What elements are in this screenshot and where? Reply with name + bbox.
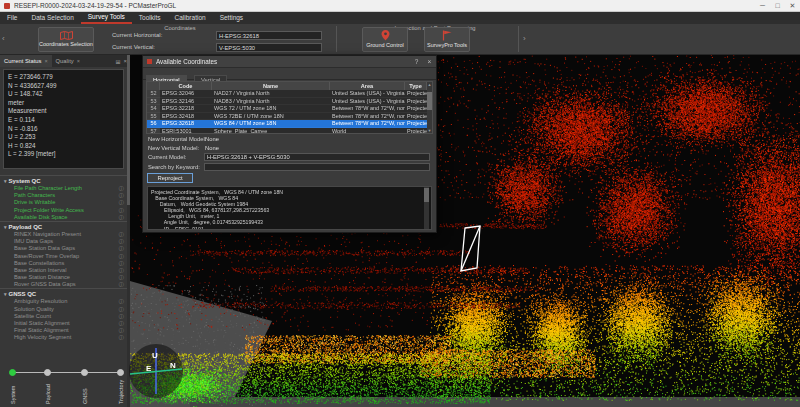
qc-item[interactable]: Available Disk Spaceⓘ xyxy=(0,214,130,221)
table-row[interactable]: 54 EPSG:32218 WGS 72 / UTM zone 18N Betw… xyxy=(147,105,432,113)
axis-compass[interactable]: U E N xyxy=(126,341,190,405)
scroll-up-icon[interactable]: ▲ xyxy=(428,82,432,87)
menu-survey-tools[interactable]: Survey Tools xyxy=(81,12,132,24)
current-model-value: H-EPSG:32618 + V-EPSG:5030 xyxy=(204,153,430,161)
dialog-titlebar[interactable]: Available Coordinates ? × xyxy=(143,56,436,68)
maximize-button[interactable]: □ xyxy=(770,0,785,12)
qc-item[interactable]: Rover GNSS Data Gapsⓘ xyxy=(0,281,130,288)
info-icon[interactable]: ⓘ xyxy=(119,192,124,199)
info-icon[interactable]: ⓘ xyxy=(119,298,124,305)
info-icon[interactable]: ⓘ xyxy=(119,334,124,341)
tab-close-icon[interactable]: × xyxy=(77,58,80,64)
ground-control-button[interactable]: Ground Control xyxy=(362,27,408,52)
help-button[interactable]: ? xyxy=(410,58,423,65)
col-area[interactable]: Area xyxy=(330,82,405,90)
qc-item[interactable]: Base Constellationsⓘ xyxy=(0,260,130,267)
qc-item-label: Rover GNSS Data Gaps xyxy=(14,281,76,287)
status-line: N = 4336627.499 xyxy=(8,82,123,91)
qc-item-label: Base Constellations xyxy=(14,260,64,266)
coordinates-selection-button[interactable]: Coordinates Selection xyxy=(38,27,94,52)
keyword-input[interactable] xyxy=(204,163,430,171)
tab-close-icon[interactable]: × xyxy=(44,58,47,64)
timeline-node-trajectory[interactable] xyxy=(117,369,124,376)
panel-float-icon[interactable]: ⊞ xyxy=(115,58,120,65)
qc-item[interactable]: Base Station Distanceⓘ xyxy=(0,274,130,281)
new-vertical-model-row: New Vertical Model: None xyxy=(143,144,436,153)
info-icon[interactable]: ⓘ xyxy=(119,185,124,192)
close-button[interactable]: ✕ xyxy=(785,0,800,12)
info-scrollbar[interactable] xyxy=(424,187,429,229)
info-icon[interactable]: ⓘ xyxy=(119,207,124,214)
menu-calibration[interactable]: Calibration xyxy=(168,12,213,24)
info-icon[interactable]: ⓘ xyxy=(119,214,124,221)
qc-item[interactable]: IMU Data Gapsⓘ xyxy=(0,238,130,245)
qc-item[interactable]: File Path Character Lengthⓘ xyxy=(0,185,130,192)
qc-section-payload[interactable]: ▾Payload QC xyxy=(0,221,130,231)
info-icon[interactable]: ⓘ xyxy=(119,313,124,320)
menu-file[interactable]: File xyxy=(0,12,24,24)
table-row[interactable]: 55 EPSG:32418 WGS 72BE / UTM zone 18N Be… xyxy=(147,113,432,121)
minimize-button[interactable]: ─ xyxy=(755,0,770,12)
info-icon[interactable]: ⓘ xyxy=(119,267,124,274)
qc-item[interactable]: Base Station Intervalⓘ xyxy=(0,267,130,274)
col-code[interactable]: Code xyxy=(160,82,212,90)
info-icon[interactable]: ⓘ xyxy=(119,320,124,327)
qc-item[interactable]: Solution Qualityⓘ xyxy=(0,306,130,313)
col-name[interactable]: Name xyxy=(212,82,330,90)
dialog-close-button[interactable]: × xyxy=(423,58,436,65)
info-icon[interactable]: ⓘ xyxy=(119,274,124,281)
menu-toolkits[interactable]: Toolkits xyxy=(132,12,168,24)
tab-current-status-label: Current Status xyxy=(4,58,41,64)
qc-item[interactable]: Ambiguity Resolutionⓘ xyxy=(0,298,130,305)
ribbon-scroll-left-icon[interactable]: ‹ xyxy=(2,34,5,43)
table-row[interactable]: 53 EPSG:32146 NAD83 / Virginia North Uni… xyxy=(147,98,432,106)
current-horizontal-field[interactable]: H-EPSG:32618 xyxy=(216,31,322,40)
qc-item[interactable]: Satellite Countⓘ xyxy=(0,313,130,320)
table-row-selected[interactable]: 56 EPSG:32618 WGS 84 / UTM zone 18N Betw… xyxy=(147,120,432,128)
tab-quality[interactable]: Quality × xyxy=(52,55,84,67)
scrollbar-thumb[interactable] xyxy=(424,188,429,202)
info-icon[interactable]: ⓘ xyxy=(119,253,124,260)
scrollbar-thumb[interactable] xyxy=(427,92,432,110)
surveypro-tools-button[interactable]: SurveyPro Tools xyxy=(424,27,470,52)
cell-area: World xyxy=(330,128,405,135)
qc-item[interactable]: Drive is Writableⓘ xyxy=(0,199,130,206)
collapse-icon: ▾ xyxy=(4,224,7,230)
qc-item[interactable]: Base Station Data Gapsⓘ xyxy=(0,245,130,252)
timeline-node-payload[interactable] xyxy=(44,369,51,376)
qc-item[interactable]: Path Charactersⓘ xyxy=(0,192,130,199)
qc-item[interactable]: High Velocity Segmentⓘ xyxy=(0,334,130,341)
info-icon[interactable]: ⓘ xyxy=(119,199,124,206)
timeline-node-gnss[interactable] xyxy=(81,369,88,376)
qc-item[interactable]: Initial Static Alignmentⓘ xyxy=(0,320,130,327)
tab-current-status[interactable]: Current Status × xyxy=(0,55,52,67)
info-icon[interactable]: ⓘ xyxy=(119,231,124,238)
info-icon[interactable]: ⓘ xyxy=(119,306,124,313)
reproject-button[interactable]: Reproject xyxy=(147,173,193,183)
menu-data-selection[interactable]: Data Selection xyxy=(24,12,80,24)
qc-item[interactable]: Final Static Alignmentⓘ xyxy=(0,327,130,334)
ribbon-scroll-right-icon[interactable]: › xyxy=(523,34,526,43)
info-icon[interactable]: ⓘ xyxy=(119,260,124,267)
table-row[interactable]: 52 EPSG:32046 NAD27 / Virginia North Uni… xyxy=(147,90,432,98)
table-row[interactable]: 57 ESRI:53001 Sphere_Plate_Carree World … xyxy=(147,128,432,135)
info-icon[interactable]: ⓘ xyxy=(119,327,124,334)
table-scrollbar[interactable]: ▲ ▼ xyxy=(427,82,432,133)
qc-section-gnss[interactable]: ▾GNSS QC xyxy=(0,288,130,298)
qc-item[interactable]: RINEX Navigation Presentⓘ xyxy=(0,231,130,238)
scrollbar-thumb[interactable] xyxy=(127,55,130,205)
cell-area: Between 78°W and 72°W, northern ... xyxy=(330,120,405,128)
info-icon[interactable]: ⓘ xyxy=(119,238,124,245)
col-type[interactable]: Type xyxy=(405,82,427,90)
new-horizontal-model-row: New Horizontal Model: None xyxy=(143,135,436,144)
cell-code: EPSG:32418 xyxy=(160,113,212,121)
qc-section-system[interactable]: ▾System QC xyxy=(0,175,130,185)
timeline-node-system[interactable] xyxy=(9,369,16,376)
info-icon[interactable]: ⓘ xyxy=(119,281,124,288)
info-icon[interactable]: ⓘ xyxy=(119,245,124,252)
qc-item[interactable]: Base/Rover Time Overlapⓘ xyxy=(0,253,130,260)
scroll-down-icon[interactable]: ▼ xyxy=(427,128,432,133)
menu-settings[interactable]: Settings xyxy=(213,12,251,24)
qc-item[interactable]: Project Folder Write Accessⓘ xyxy=(0,207,130,214)
current-vertical-field[interactable]: V-EPSG:5030 xyxy=(216,43,322,52)
